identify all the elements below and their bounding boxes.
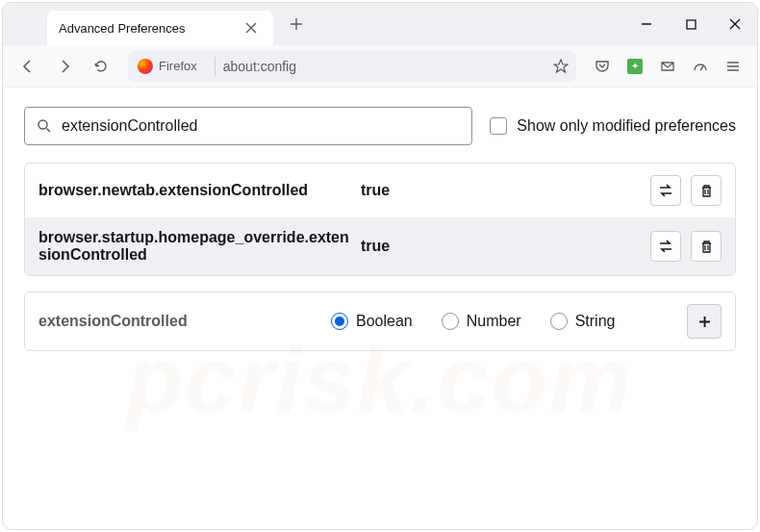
type-radio-boolean[interactable]: Boolean [331, 313, 413, 330]
svg-rect-0 [687, 20, 696, 29]
pocket-icon[interactable] [588, 52, 617, 81]
site-identity[interactable]: Firefox [136, 57, 207, 76]
gauge-icon[interactable] [686, 52, 715, 81]
extension-icon[interactable]: ✦ [621, 52, 649, 81]
forward-button[interactable] [49, 52, 80, 81]
delete-button[interactable] [691, 231, 722, 262]
url-text: about:config [223, 59, 545, 74]
show-modified-checkbox[interactable]: Show only modified preferences [490, 117, 736, 135]
add-button[interactable] [687, 304, 722, 339]
pref-name: browser.newtab.extensionControlled [38, 182, 351, 199]
radio-icon [550, 313, 568, 330]
new-pref-row: extensionControlled Boolean Number Strin… [24, 291, 736, 351]
new-pref-name: extensionControlled [38, 313, 317, 330]
close-window-button[interactable] [713, 3, 757, 45]
maximize-button[interactable] [669, 3, 713, 45]
search-icon [37, 118, 52, 134]
identity-label: Firefox [159, 59, 197, 73]
toggle-button[interactable] [650, 231, 681, 262]
menu-icon[interactable] [719, 52, 747, 81]
search-input[interactable] [62, 117, 460, 135]
new-tab-button[interactable] [283, 11, 310, 38]
type-radio-number[interactable]: Number [442, 313, 521, 330]
pref-value: true [361, 182, 641, 199]
pref-name: browser.startup.homepage_override.extens… [38, 229, 351, 264]
titlebar: Advanced Preferences [3, 3, 757, 45]
svg-point-1 [38, 120, 47, 129]
pref-row: browser.startup.homepage_override.extens… [25, 217, 735, 275]
pref-row: browser.newtab.extensionControlled true [25, 164, 735, 217]
bookmark-star-icon[interactable] [553, 59, 569, 74]
firefox-icon [138, 59, 153, 74]
radio-icon [331, 313, 348, 330]
type-radio-string[interactable]: String [550, 313, 616, 330]
inbox-icon[interactable] [653, 52, 682, 81]
checkbox-icon [490, 117, 507, 135]
url-bar[interactable]: Firefox about:config [128, 51, 576, 82]
pref-value: true [361, 238, 641, 255]
browser-tab[interactable]: Advanced Preferences [47, 11, 273, 45]
tab-title: Advanced Preferences [59, 21, 186, 36]
close-tab-icon[interactable] [243, 20, 259, 36]
minimize-button[interactable] [624, 3, 669, 45]
delete-button[interactable] [691, 175, 722, 206]
toolbar: Firefox about:config ✦ [3, 45, 757, 88]
checkbox-label: Show only modified preferences [517, 117, 736, 135]
radio-icon [442, 313, 459, 330]
divider [215, 57, 215, 76]
content-area: Show only modified preferences browser.n… [3, 88, 757, 370]
search-box[interactable] [24, 107, 472, 145]
back-button[interactable] [13, 52, 43, 81]
toggle-button[interactable] [650, 175, 681, 206]
preferences-list: browser.newtab.extensionControlled true … [24, 163, 736, 276]
reload-button[interactable] [86, 52, 116, 81]
